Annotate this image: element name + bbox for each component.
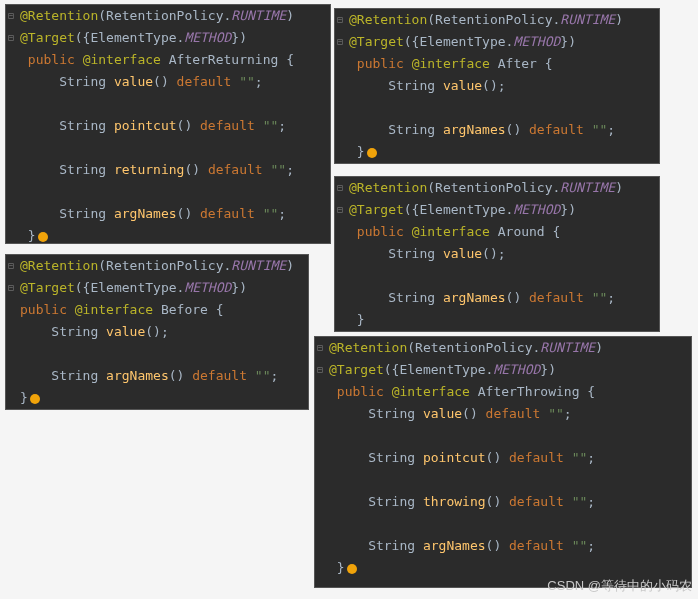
code-line: public @interface AfterReturning { (6, 49, 330, 71)
fold-icon[interactable]: ⊟ (337, 177, 343, 199)
fold-icon[interactable]: ⊟ (317, 337, 323, 359)
fold-icon[interactable]: ⊟ (317, 359, 323, 381)
code-line: } (6, 387, 308, 409)
fold-icon[interactable]: ⊟ (8, 5, 14, 27)
code-line: } (335, 141, 659, 163)
code-panel-around[interactable]: ⊟@Retention(RetentionPolicy.RUNTIME) ⊟@T… (334, 176, 660, 332)
code-line (335, 97, 659, 119)
bulb-icon[interactable] (30, 394, 40, 404)
code-line: String value() default ""; (6, 71, 330, 93)
code-line: String argNames() default ""; (335, 287, 659, 309)
code-line (6, 137, 330, 159)
code-line: ⊟@Retention(RetentionPolicy.RUNTIME) (315, 337, 691, 359)
code-line: String argNames() default ""; (315, 535, 691, 557)
code-line (315, 513, 691, 535)
code-line: ⊟@Target({ElementType.METHOD}) (315, 359, 691, 381)
code-line: ⊟@Target({ElementType.METHOD}) (335, 199, 659, 221)
bulb-icon[interactable] (347, 564, 357, 574)
code-line: } (6, 225, 330, 247)
code-line: String argNames() default ""; (335, 119, 659, 141)
code-line: ⊟@Retention(RetentionPolicy.RUNTIME) (6, 255, 308, 277)
code-line: ⊟@Target({ElementType.METHOD}) (6, 277, 308, 299)
code-line: public @interface After { (335, 53, 659, 75)
code-line: String throwing() default ""; (315, 491, 691, 513)
code-line: String value(); (335, 243, 659, 265)
code-panel-before[interactable]: ⊟@Retention(RetentionPolicy.RUNTIME) ⊟@T… (5, 254, 309, 410)
code-line: ⊟@Target({ElementType.METHOD}) (335, 31, 659, 53)
code-panel-after[interactable]: ⊟@Retention(RetentionPolicy.RUNTIME) ⊟@T… (334, 8, 660, 164)
fold-icon[interactable]: ⊟ (337, 199, 343, 221)
fold-icon[interactable]: ⊟ (8, 255, 14, 277)
fold-icon[interactable]: ⊟ (8, 277, 14, 299)
code-line: String argNames() default ""; (6, 203, 330, 225)
code-line: String returning() default ""; (6, 159, 330, 181)
code-line: public @interface AfterThrowing { (315, 381, 691, 403)
code-line: String pointcut() default ""; (6, 115, 330, 137)
code-line (335, 265, 659, 287)
code-line: String argNames() default ""; (6, 365, 308, 387)
code-line: public @interface Around { (335, 221, 659, 243)
code-line: } (315, 557, 691, 579)
bulb-icon[interactable] (38, 232, 48, 242)
code-line: } (335, 309, 659, 331)
code-line (6, 343, 308, 365)
code-line: ⊟@Retention(RetentionPolicy.RUNTIME) (6, 5, 330, 27)
fold-icon[interactable]: ⊟ (8, 27, 14, 49)
fold-icon[interactable]: ⊟ (337, 9, 343, 31)
code-line: public @interface Before { (6, 299, 308, 321)
code-line: String pointcut() default ""; (315, 447, 691, 469)
code-panel-after-returning[interactable]: ⊟@Retention(RetentionPolicy.RUNTIME) ⊟@T… (5, 4, 331, 244)
code-line: String value(); (335, 75, 659, 97)
code-line: ⊟@Target({ElementType.METHOD}) (6, 27, 330, 49)
fold-icon[interactable]: ⊟ (337, 31, 343, 53)
code-line: String value(); (6, 321, 308, 343)
code-line (315, 425, 691, 447)
watermark-text: CSDN @等待中的小码农 (547, 577, 692, 595)
code-line: ⊟@Retention(RetentionPolicy.RUNTIME) (335, 9, 659, 31)
code-panel-after-throwing[interactable]: ⊟@Retention(RetentionPolicy.RUNTIME) ⊟@T… (314, 336, 692, 588)
code-line (6, 181, 330, 203)
code-line (6, 93, 330, 115)
bulb-icon[interactable] (367, 148, 377, 158)
code-line: String value() default ""; (315, 403, 691, 425)
code-line (315, 469, 691, 491)
code-line: ⊟@Retention(RetentionPolicy.RUNTIME) (335, 177, 659, 199)
